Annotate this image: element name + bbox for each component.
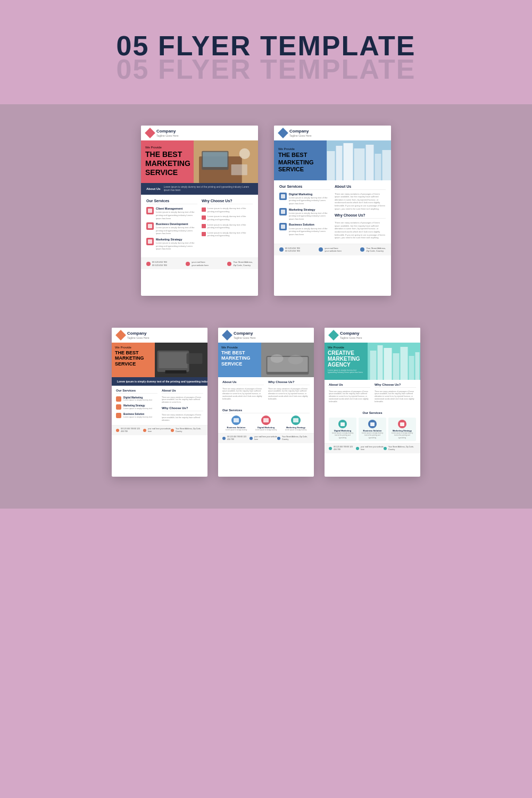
svg-rect-16: [159, 352, 188, 368]
flyer3-s1-text: Digital Marketing Lorem ipsum is simply …: [123, 396, 152, 402]
flyer2-service2-text: Marketing Strategy Lorem ipsum is simply…: [289, 208, 330, 221]
flyer1-email-icon: [186, 262, 190, 266]
flyer3-logo-text: Company Tagline Goes Here: [127, 331, 149, 339]
flyer5-services-section: Our Services Digital Marketing Lorem ips…: [325, 409, 420, 443]
flyer4-address-icon: [277, 437, 280, 440]
flyer4-footer-email: your mail here your website here: [250, 436, 277, 441]
flyer5-about-title: About Us: [329, 383, 370, 388]
flyer3-content: Our Services Digital Marketing Lorem ips…: [112, 386, 207, 425]
svg-point-4: [239, 148, 250, 159]
flyer2-about-text: There are many variations of passages of…: [335, 193, 386, 211]
flyer1-why2-icon: [202, 215, 206, 220]
svg-rect-18: [165, 370, 187, 373]
flyer2-footer-email: your mail here your website here: [319, 247, 342, 253]
flyer4-content: About Us There are many variations of pa…: [218, 377, 314, 406]
flyer4-about-text: There are many variations of passages of…: [222, 388, 264, 401]
flyer5-logo-text: Company Tagline Goes Here: [340, 331, 362, 339]
flyer5-company-name: Company: [340, 331, 362, 336]
flyer3-s2-text: Marketing Strategy Lorem ipsum is simply…: [123, 404, 152, 410]
flyer3-footer-email: your mail here your website here: [143, 428, 171, 433]
svg-rect-28: [393, 353, 400, 380]
flyer5-s3-icon: [398, 420, 406, 428]
flyer1-footer-address: Your Street Address, Zip Code, Country: [227, 261, 253, 267]
flyer5-tagline: Tagline Goes Here: [340, 336, 362, 339]
flyer4-email-icon: [250, 437, 253, 440]
flyer1-why1-icon: [202, 207, 206, 212]
flyer5-footer-email: your mail here your website here: [356, 446, 384, 451]
svg-rect-8: [336, 146, 343, 180]
flyer5-s1-icon: [338, 420, 347, 428]
svg-rect-30: [409, 356, 414, 380]
flyer2-footer: 00 123 456 789 00 123 456 789 your mail …: [274, 244, 391, 255]
flyer2-phone-icon: [279, 247, 284, 252]
flyer4-tagline: Tagline Goes Here: [234, 336, 255, 339]
flyer1-tagline: Tagline Goes Here: [156, 134, 178, 137]
flyer-4: Company Tagline Goes Here We Provide The…: [218, 328, 314, 477]
flyer5-logo-icon: [328, 330, 339, 340]
flyer1-why-4: Lorem ipsum is simply dummy text of the …: [202, 231, 253, 237]
flyer1-services-col: Our Services Client Management Lorem ips…: [146, 199, 197, 253]
flyer3-service-2: Marketing Strategy Lorem ipsum is simply…: [116, 404, 157, 410]
flyer3-footer: 00 123 456 789 00 123 456 789 your mail …: [112, 425, 207, 435]
flyer3-about-strip-text: Lorem ipsum is simply dummy text of the …: [117, 380, 207, 383]
flyer3-about-text: There are many variations of passages of…: [162, 396, 203, 404]
flyer3-s3-icon: [116, 413, 121, 418]
flyer2-tagline: Tagline Goes Here: [289, 134, 311, 137]
svg-point-23: [288, 355, 303, 364]
flyer3-s1-icon: [116, 396, 121, 402]
flyer5-footer: 00 123 456 789 00 123 456 789 your mail …: [325, 443, 420, 453]
flyer2-address-icon: [360, 247, 364, 252]
flyer4-why-title: Why Choose Us?: [268, 380, 310, 385]
flyer1-why-1: Lorem ipsum is simply dummy text of the …: [202, 207, 253, 213]
flyer3-hero: We Provide The Best Marketing Service: [112, 343, 207, 377]
flyer2-banner: We Provide The Best Marketing Service: [274, 140, 327, 180]
svg-rect-17: [187, 353, 203, 364]
flyer2-why-text: There are many variations of passages of…: [335, 221, 386, 239]
flyer5-footer-phone: 00 123 456 789 00 123 456 789: [329, 446, 356, 451]
flyer2-why-title: Why Choose Us?: [335, 213, 386, 219]
svg-rect-31: [415, 352, 420, 380]
flyer1-service2-icon: [146, 222, 154, 230]
flyer5-content: About Us There are many variations of pa…: [325, 380, 420, 409]
flyer3-phone-icon: [116, 429, 119, 432]
flyer5-headline: Creative Marketing Agency: [328, 350, 364, 368]
flyer5-service-2: Business Solution Lorem ipsum is simply …: [359, 418, 386, 441]
flyer3-about-title: About Us: [162, 389, 203, 394]
flyer2-we-provide: We Provide: [278, 147, 322, 151]
flyer3-s3-text: Business Solution Lorem ipsum is simply …: [123, 413, 152, 419]
flyer1-why4-icon: [202, 232, 206, 236]
flyer4-why-text: There are many variations of passages of…: [268, 388, 310, 401]
svg-rect-12: [375, 154, 381, 180]
flyer3-header: Company Tagline Goes Here: [112, 328, 207, 343]
flyer1-service1-icon: [146, 207, 154, 214]
flyer1-services-title: Our Services: [146, 199, 197, 204]
flyer5-footer-address: Your Street Address, Zip Code, Country: [384, 446, 416, 451]
flyer3-about-col: About Us There are many variations of pa…: [162, 389, 203, 422]
flyer5-address-icon: [384, 447, 387, 450]
flyer3-tagline: Tagline Goes Here: [127, 336, 149, 339]
svg-rect-27: [384, 348, 392, 380]
flyer5-hero-image: [368, 343, 420, 380]
flyer4-hero-image: [261, 343, 314, 377]
flyer1-why3-icon: [202, 224, 206, 228]
svg-point-22: [271, 354, 284, 363]
flyer1-logo-icon: [145, 128, 155, 138]
flyer2-company-name: Company: [289, 129, 311, 134]
flyer5-services-row: Digital Marketing Lorem ipsum is simply …: [329, 418, 416, 441]
flyer2-service2-icon: [279, 208, 287, 215]
flyer4-s3-icon: [291, 415, 301, 425]
flyer1-footer: 00 123 456 789 00 123 456 789 your mail …: [141, 257, 258, 269]
flyer5-why-col: Why Choose Us? There are many variations…: [375, 383, 416, 406]
flyer-1: Company Tagline Goes Here We Provide The…: [141, 126, 258, 296]
flyer4-service-1: Business Solution Lorem ipsum is simply …: [222, 415, 250, 431]
flyer4-about-title: About Us: [222, 380, 264, 385]
flyer3-service-3: Business Solution Lorem ipsum is simply …: [116, 413, 157, 419]
flyer2-logo-text: Company Tagline Goes Here: [289, 129, 311, 137]
svg-rect-3: [203, 152, 227, 167]
flyer1-hero-image: [194, 140, 258, 183]
flyer1-hero: We Provide The Best Marketing Service: [141, 140, 258, 183]
flyer4-services-title: Our Services: [222, 409, 310, 413]
flyer5-services-label: Our Services: [329, 411, 416, 415]
flyer4-footer-phone: 00 123 456 789 00 123 456 789: [222, 436, 250, 441]
flyer2-service1-icon: [279, 193, 287, 200]
